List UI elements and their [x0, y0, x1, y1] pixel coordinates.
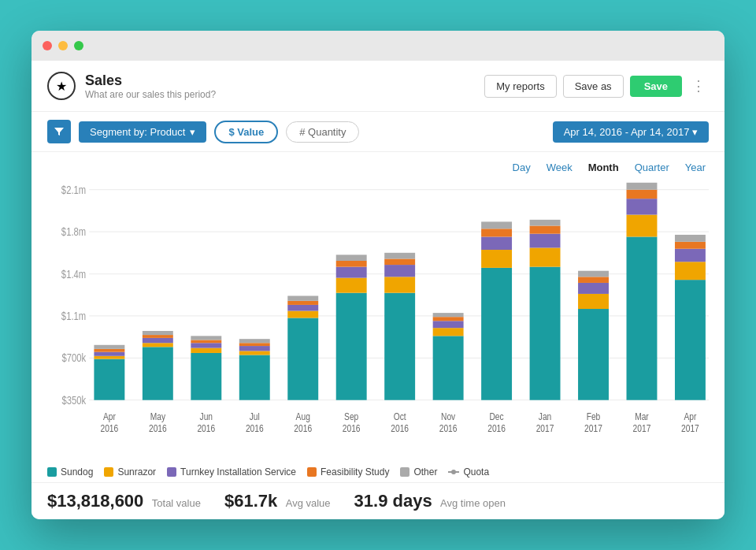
sunrazor-swatch	[104, 467, 113, 477]
feasibility-swatch	[307, 467, 317, 477]
svg-rect-90	[627, 215, 658, 237]
stat-total-value: $13,818,600 Total value	[47, 491, 201, 511]
more-options-button[interactable]: ⋮	[688, 77, 709, 95]
svg-text:$1.4m: $1.4m	[61, 268, 86, 280]
svg-rect-83	[578, 294, 609, 309]
svg-rect-40	[287, 318, 318, 399]
svg-rect-37	[239, 339, 270, 343]
svg-rect-64	[433, 317, 464, 321]
legend-other: Other	[400, 466, 437, 478]
chevron-down-icon: ▾	[190, 126, 195, 138]
svg-rect-29	[191, 340, 221, 343]
svg-rect-54	[384, 293, 415, 400]
segment-by-button[interactable]: Segment by: Product ▾	[79, 121, 206, 143]
svg-text:Aug: Aug	[296, 411, 310, 422]
svg-rect-93	[627, 183, 658, 190]
maximize-dot[interactable]	[74, 41, 83, 50]
svg-text:2016: 2016	[246, 423, 264, 433]
time-tabs: Day Week Month Quarter Year	[47, 160, 709, 175]
minimize-dot[interactable]	[58, 41, 68, 50]
quantity-toggle-button[interactable]: # Quantity	[286, 121, 359, 143]
svg-text:Apr: Apr	[103, 411, 116, 422]
bar-jun-2016[interactable]: Jun 2016	[191, 336, 221, 433]
svg-rect-77	[530, 234, 561, 248]
svg-text:$1.8m: $1.8m	[61, 226, 86, 238]
page-title: Sales	[85, 72, 475, 89]
feasibility-label: Feasibility Study	[321, 466, 389, 478]
svg-rect-42	[287, 305, 318, 311]
chart-container: $2.1m $1.8m $1.4m $1.1m $700k $350k	[47, 180, 709, 482]
bar-dec-2016[interactable]: Dec 2016	[481, 221, 512, 433]
close-dot[interactable]	[43, 41, 52, 50]
svg-rect-84	[578, 283, 609, 294]
header-actions: My reports Save as Save ⋮	[484, 75, 709, 98]
save-button[interactable]: Save	[630, 76, 682, 97]
stats-bar: $13,818,600 Total value $61.7k Avg value…	[32, 482, 724, 519]
date-range-button[interactable]: Apr 14, 2016 - Apr 14, 2017 ▾	[553, 121, 709, 143]
toolbar: Segment by: Product ▾ $ Value # Quantity…	[32, 112, 724, 152]
legend-sundog: Sundog	[47, 466, 93, 478]
svg-rect-99	[675, 242, 706, 249]
bar-jan-2017[interactable]: Jan 2017	[530, 220, 561, 434]
svg-text:Oct: Oct	[394, 411, 407, 422]
tab-day[interactable]: Day	[513, 160, 531, 175]
bar-apr-2016[interactable]: Apr 2016	[94, 345, 124, 434]
header: ★ Sales What are our sales this period? …	[32, 61, 724, 112]
svg-text:Jan: Jan	[539, 411, 551, 422]
svg-rect-26	[191, 353, 221, 400]
svg-text:Feb: Feb	[587, 411, 601, 422]
svg-text:Jul: Jul	[250, 411, 260, 422]
tab-week[interactable]: Week	[547, 160, 573, 175]
bar-chart: $2.1m $1.8m $1.4m $1.1m $700k $350k	[47, 180, 709, 460]
tab-quarter[interactable]: Quarter	[635, 160, 669, 175]
svg-text:May: May	[150, 411, 166, 422]
filter-button[interactable]	[47, 120, 71, 143]
svg-rect-13	[94, 356, 124, 359]
svg-text:Jun: Jun	[200, 411, 213, 422]
tab-year[interactable]: Year	[685, 160, 706, 175]
sundog-label: Sundog	[61, 466, 93, 478]
svg-text:2016: 2016	[439, 423, 458, 433]
bar-feb-2017[interactable]: Feb 2017	[578, 271, 609, 434]
value-toggle-button[interactable]: $ Value	[214, 121, 278, 143]
svg-rect-47	[336, 293, 367, 400]
svg-rect-44	[287, 295, 318, 300]
svg-rect-41	[287, 311, 318, 318]
bar-mar-2017[interactable]: Mar 2017	[627, 183, 658, 434]
svg-text:Apr: Apr	[684, 411, 696, 422]
svg-text:Mar: Mar	[635, 411, 649, 422]
bar-jul-2016[interactable]: Jul 2016	[239, 339, 270, 433]
svg-text:2016: 2016	[149, 423, 167, 433]
svg-rect-27	[191, 348, 221, 353]
svg-rect-79	[530, 220, 561, 226]
svg-rect-61	[433, 336, 464, 399]
svg-text:2016: 2016	[294, 423, 312, 433]
svg-text:2016: 2016	[100, 423, 118, 433]
bar-sep-2016[interactable]: Sep 2016	[336, 255, 367, 433]
svg-text:2016: 2016	[343, 423, 361, 433]
save-as-button[interactable]: Save as	[563, 75, 624, 98]
svg-rect-15	[94, 349, 124, 352]
page-subtitle: What are our sales this period?	[85, 89, 475, 100]
svg-rect-97	[675, 262, 706, 280]
svg-text:$1.1m: $1.1m	[61, 310, 86, 322]
svg-rect-69	[481, 250, 512, 268]
svg-rect-91	[627, 199, 658, 214]
bar-may-2016[interactable]: May 2016	[143, 331, 173, 434]
bar-apr-2017[interactable]: Apr 2017	[675, 235, 706, 434]
svg-rect-68	[481, 268, 512, 400]
svg-rect-56	[384, 265, 415, 277]
svg-rect-98	[675, 249, 706, 262]
bar-nov-2016[interactable]: Nov 2016	[433, 313, 464, 434]
tab-month[interactable]: Month	[588, 160, 619, 175]
svg-rect-92	[627, 190, 658, 199]
legend-sunrazor: Sunrazor	[104, 466, 156, 478]
svg-rect-20	[143, 343, 173, 347]
my-reports-button[interactable]: My reports	[484, 75, 556, 98]
turnkey-label: Turnkey Installation Service	[180, 466, 296, 478]
svg-rect-62	[433, 328, 464, 336]
bar-oct-2016[interactable]: Oct 2016	[384, 253, 415, 434]
legend-quota: Quota	[448, 466, 489, 478]
bar-aug-2016[interactable]: Aug 2016	[287, 295, 318, 433]
svg-rect-19	[143, 347, 173, 399]
